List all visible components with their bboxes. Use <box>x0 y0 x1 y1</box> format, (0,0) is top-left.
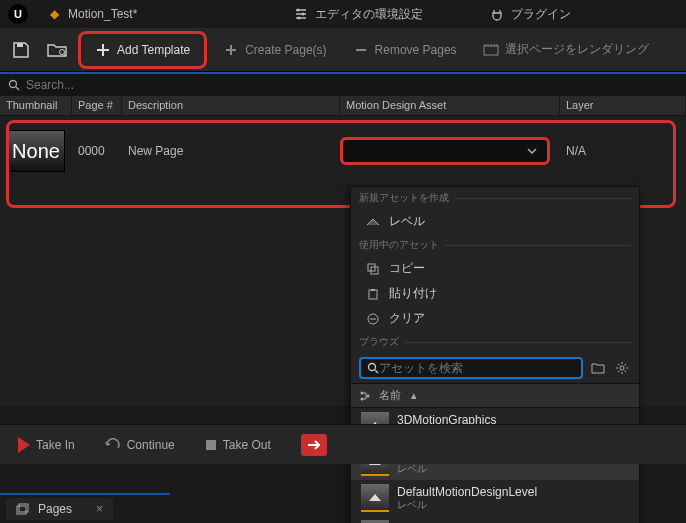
plug-icon <box>489 6 505 22</box>
copy-item[interactable]: コピー <box>351 256 639 281</box>
editor-preferences[interactable]: エディタの環境設定 <box>293 6 423 23</box>
editor-preferences-label: エディタの環境設定 <box>315 6 423 23</box>
stop-icon <box>205 439 217 451</box>
asset-list-header[interactable]: 名前 ▴ <box>351 383 639 408</box>
plugins-menu[interactable]: プラグイン <box>489 6 571 23</box>
thumbnail-none: None <box>7 130 65 172</box>
unreal-logo-icon: U <box>8 4 28 24</box>
gear-icon[interactable] <box>613 359 631 377</box>
row-page-num: 0000 <box>72 144 122 158</box>
browse-button[interactable] <box>42 35 72 65</box>
svg-rect-3 <box>17 43 23 47</box>
arrow-right-icon <box>301 434 327 456</box>
pages-tab-label: Pages <box>38 502 72 516</box>
plugins-label: プラグイン <box>511 6 571 23</box>
table-header: Thumbnail Page # Description Motion Desi… <box>0 96 686 116</box>
svg-point-16 <box>367 394 370 397</box>
continue-label: Continue <box>127 438 175 452</box>
col-asset[interactable]: Motion Design Asset <box>340 96 560 115</box>
row-description[interactable]: New Page <box>122 144 340 158</box>
chevron-down-icon <box>527 148 537 154</box>
bottom-tab-bar: Pages × <box>0 493 170 523</box>
col-page-num[interactable]: Page # <box>72 96 122 115</box>
table-row[interactable]: None 0000 New Page N/A <box>0 116 686 176</box>
svg-point-4 <box>60 49 65 54</box>
render-selected-button[interactable]: 選択ページをレンダリング <box>473 35 659 64</box>
toolbar: Add Template Create Page(s) Remove Pages… <box>0 28 686 72</box>
clear-icon <box>365 311 381 327</box>
save-button[interactable] <box>6 35 36 65</box>
svg-point-13 <box>620 366 624 370</box>
create-pages-button[interactable]: Create Page(s) <box>213 36 336 64</box>
close-tab-button[interactable]: × <box>96 502 103 516</box>
plus-icon <box>223 42 239 58</box>
search-icon <box>8 79 20 91</box>
add-template-button[interactable]: Add Template <box>78 31 207 69</box>
row-layer: N/A <box>560 144 686 158</box>
sliders-icon <box>293 6 309 22</box>
plus-icon <box>95 42 111 58</box>
svg-point-2 <box>298 17 301 20</box>
col-thumbnail[interactable]: Thumbnail <box>0 96 72 115</box>
level-icon <box>365 214 381 230</box>
copy-icon <box>365 261 381 277</box>
svg-rect-18 <box>17 506 26 514</box>
remove-pages-button[interactable]: Remove Pages <box>343 36 467 64</box>
top-menubar: U ◆ Motion_Test* エディタの環境設定 プラグイン <box>0 0 686 28</box>
asset-search[interactable] <box>359 357 583 379</box>
asset-type: レベル <box>397 463 499 475</box>
create-pages-label: Create Page(s) <box>245 43 326 57</box>
take-out-button[interactable]: Take Out <box>197 434 279 456</box>
remove-pages-label: Remove Pages <box>375 43 457 57</box>
create-level-label: レベル <box>389 213 425 230</box>
svg-point-6 <box>10 81 17 88</box>
section-current-asset: 使用中のアセット <box>351 234 639 256</box>
pages-icon <box>16 503 30 515</box>
next-button[interactable] <box>293 430 335 460</box>
asset-search-input[interactable] <box>379 361 575 375</box>
play-icon <box>18 437 30 453</box>
continue-button[interactable]: Continue <box>97 434 183 456</box>
asset-list-header-label: 名前 <box>379 388 401 403</box>
add-template-label: Add Template <box>117 43 190 57</box>
asset-type: レベル <box>397 499 537 511</box>
search-bar[interactable] <box>0 72 686 96</box>
folder-open-icon[interactable] <box>589 359 607 377</box>
paste-label: 貼り付け <box>389 285 437 302</box>
col-layer[interactable]: Layer <box>560 96 686 115</box>
svg-rect-19 <box>19 504 28 512</box>
clear-item[interactable]: クリア <box>351 306 639 331</box>
svg-point-1 <box>302 13 305 16</box>
minus-icon <box>353 42 369 58</box>
svg-rect-10 <box>371 289 375 291</box>
take-out-label: Take Out <box>223 438 271 452</box>
svg-rect-9 <box>369 290 377 299</box>
create-level-item[interactable]: レベル <box>351 209 639 234</box>
copy-label: コピー <box>389 260 425 277</box>
search-icon <box>367 362 379 374</box>
paste-item[interactable]: 貼り付け <box>351 281 639 306</box>
col-description[interactable]: Description <box>122 96 340 115</box>
dirty-indicator-icon: ◆ <box>46 6 62 22</box>
clear-label: クリア <box>389 310 425 327</box>
asset-name: DefaultMotionDesignLevel <box>397 485 537 499</box>
asset-item[interactable]: DefaultMotionDesignLevelレベル <box>351 480 639 516</box>
section-create-asset: 新規アセットを作成 <box>351 187 639 209</box>
svg-point-0 <box>297 9 300 12</box>
asset-item[interactable]: EditorPaths <box>351 516 639 523</box>
sort-triangle-icon: ▴ <box>411 389 417 402</box>
asset-dropdown[interactable] <box>340 137 550 165</box>
pages-tab[interactable]: Pages × <box>6 498 113 520</box>
action-bar: Take In Continue Take Out <box>0 424 686 464</box>
search-input[interactable] <box>26 78 678 92</box>
project-title[interactable]: ◆ Motion_Test* <box>46 6 137 22</box>
hierarchy-icon <box>359 390 371 402</box>
svg-point-12 <box>369 364 376 371</box>
svg-rect-17 <box>206 440 216 450</box>
project-title-label: Motion_Test* <box>68 7 137 21</box>
section-browse: ブラウズ <box>351 331 639 353</box>
take-in-label: Take In <box>36 438 75 452</box>
continue-icon <box>105 438 121 452</box>
render-selected-label: 選択ページをレンダリング <box>505 41 649 58</box>
take-in-button[interactable]: Take In <box>10 433 83 457</box>
